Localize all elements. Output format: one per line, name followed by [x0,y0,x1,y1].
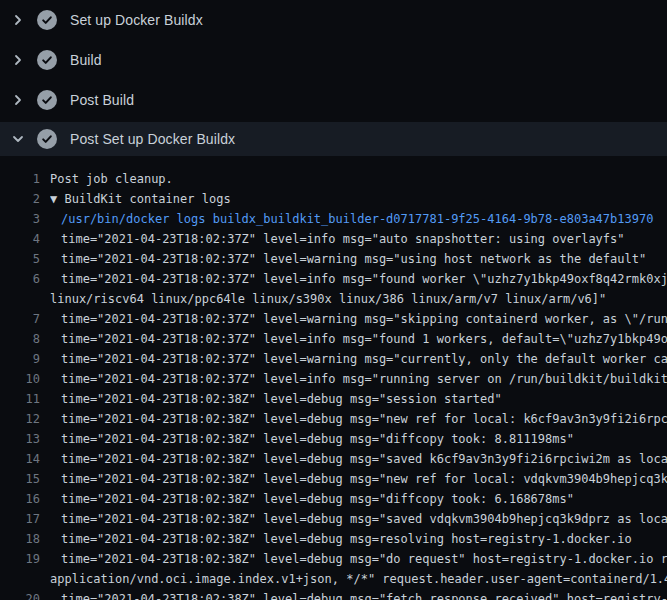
log-text: time="2021-04-23T18:02:38Z" level=debug … [61,429,667,449]
log-text: time="2021-04-23T18:02:38Z" level=debug … [61,469,667,489]
log-text: time="2021-04-23T18:02:37Z" level=warnin… [61,349,667,369]
line-number[interactable]: 15 [0,469,40,489]
log-row: application/vnd.oci.image.index.v1+json,… [0,569,667,589]
line-number [0,569,40,589]
step-row-post-set-up-docker-buildx[interactable]: Post Set up Docker Buildx [0,122,667,156]
log-text: Post job cleanup. [50,169,667,189]
line-number[interactable]: 18 [0,529,40,549]
log-text: time="2021-04-23T18:02:37Z" level=warnin… [61,309,667,329]
log-row: 2▼ BuildKit container logs [0,189,667,209]
log-text: linux/riscv64 linux/ppc64le linux/s390x … [50,289,667,309]
log-row: 12time="2021-04-23T18:02:38Z" level=debu… [0,409,667,429]
log-command-text: /usr/bin/docker logs buildx_buildkit_bui… [61,209,667,229]
log-text: time="2021-04-23T18:02:37Z" level=info m… [61,229,667,249]
line-number[interactable]: 5 [0,249,40,269]
log-row: 1Post job cleanup. [0,169,667,189]
step-label: Build [70,52,102,68]
log-row: 8time="2021-04-23T18:02:37Z" level=info … [0,329,667,349]
line-number[interactable]: 16 [0,489,40,509]
log-row: linux/riscv64 linux/ppc64le linux/s390x … [0,289,667,309]
check-circle-icon [37,129,57,149]
step-row-set-up-docker-buildx[interactable]: Set up Docker Buildx [0,0,667,40]
log-row: 4time="2021-04-23T18:02:37Z" level=info … [0,229,667,249]
line-number[interactable]: 2 [0,189,40,209]
line-number[interactable]: 3 [0,209,40,229]
chevron-right-icon[interactable] [10,92,26,108]
step-label: Post Build [70,92,134,108]
line-number[interactable]: 10 [0,369,40,389]
log-row: 11time="2021-04-23T18:02:38Z" level=debu… [0,389,667,409]
step-row-post-build[interactable]: Post Build [0,80,667,120]
log-row: 20time="2021-04-23T18:02:38Z" level=debu… [0,589,667,600]
line-number[interactable]: 12 [0,409,40,429]
log-row: 17time="2021-04-23T18:02:38Z" level=debu… [0,509,667,529]
log-row: 18time="2021-04-23T18:02:38Z" level=debu… [0,529,667,549]
check-circle-icon [37,50,57,70]
line-number[interactable]: 14 [0,449,40,469]
log-row: 9time="2021-04-23T18:02:37Z" level=warni… [0,349,667,369]
log-row: 5time="2021-04-23T18:02:37Z" level=warni… [0,249,667,269]
log-row: 10time="2021-04-23T18:02:37Z" level=info… [0,369,667,389]
line-number[interactable]: 17 [0,509,40,529]
line-number[interactable]: 11 [0,389,40,409]
log-row: 14time="2021-04-23T18:02:38Z" level=debu… [0,449,667,469]
line-number[interactable]: 7 [0,309,40,329]
log-text: time="2021-04-23T18:02:37Z" level=info m… [61,329,667,349]
line-number[interactable]: 6 [0,269,40,289]
log-group-toggle[interactable]: ▼ BuildKit container logs [50,189,667,209]
log-text: time="2021-04-23T18:02:38Z" level=debug … [61,589,667,600]
step-label: Post Set up Docker Buildx [70,131,235,147]
steps-list: Set up Docker Buildx Build Post Build Po… [0,0,667,156]
log-row: 19time="2021-04-23T18:02:38Z" level=debu… [0,549,667,569]
log-text: time="2021-04-23T18:02:37Z" level=info m… [61,369,667,389]
check-circle-icon [37,10,57,30]
step-row-build[interactable]: Build [0,40,667,80]
line-number[interactable]: 20 [0,589,40,600]
log-row: 3/usr/bin/docker logs buildx_buildkit_bu… [0,209,667,229]
log-text: time="2021-04-23T18:02:37Z" level=warnin… [61,249,667,269]
line-number[interactable]: 1 [0,169,40,189]
log-row: 15time="2021-04-23T18:02:38Z" level=debu… [0,469,667,489]
chevron-down-icon[interactable] [10,131,26,147]
log-text: time="2021-04-23T18:02:38Z" level=debug … [61,389,667,409]
log-text: time="2021-04-23T18:02:38Z" level=debug … [61,509,667,529]
chevron-right-icon[interactable] [10,52,26,68]
log-text: application/vnd.oci.image.index.v1+json,… [50,569,667,589]
line-number[interactable]: 9 [0,349,40,369]
log-row: 13time="2021-04-23T18:02:38Z" level=debu… [0,429,667,449]
log-text: time="2021-04-23T18:02:38Z" level=debug … [61,489,667,509]
log-text: time="2021-04-23T18:02:37Z" level=info m… [61,269,667,289]
line-number[interactable]: 4 [0,229,40,249]
chevron-right-icon[interactable] [10,12,26,28]
line-number[interactable]: 19 [0,549,40,569]
log-text: time="2021-04-23T18:02:38Z" level=debug … [61,409,667,429]
log-text: time="2021-04-23T18:02:38Z" level=debug … [61,549,667,569]
line-number[interactable]: 8 [0,329,40,349]
log-row: 6time="2021-04-23T18:02:37Z" level=info … [0,269,667,289]
log-viewer: 1Post job cleanup.2▼ BuildKit container … [0,156,667,600]
log-text: time="2021-04-23T18:02:38Z" level=debug … [61,529,667,549]
check-circle-icon [37,90,57,110]
log-row: 7time="2021-04-23T18:02:37Z" level=warni… [0,309,667,329]
line-number[interactable]: 13 [0,429,40,449]
step-label: Set up Docker Buildx [70,12,203,28]
log-row: 16time="2021-04-23T18:02:38Z" level=debu… [0,489,667,509]
line-number [0,289,40,309]
log-text: time="2021-04-23T18:02:38Z" level=debug … [61,449,667,469]
